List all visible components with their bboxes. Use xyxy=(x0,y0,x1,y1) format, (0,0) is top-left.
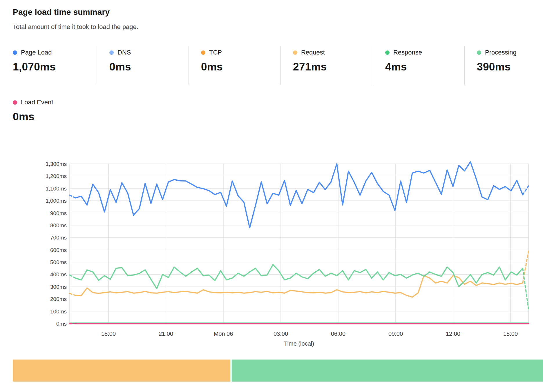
x-axis-tick-label: 18:00 xyxy=(101,331,116,337)
page-load-summary-panel: Page load time summary Total amount of t… xyxy=(0,0,554,392)
y-axis-tick-label: 400ms xyxy=(50,271,67,277)
x-axis-tick-label: 21:00 xyxy=(159,331,173,337)
y-axis-tick-label: 800ms xyxy=(50,222,67,228)
y-axis-tick-label: 300ms xyxy=(50,284,67,290)
y-axis-tick-label: 700ms xyxy=(50,235,67,241)
y-axis-tick-label: 200ms xyxy=(50,296,67,302)
x-axis-title: Time (local) xyxy=(284,340,314,347)
x-axis-tick-label: 09:00 xyxy=(388,331,403,337)
y-axis-tick-label: 0ms xyxy=(56,321,67,327)
x-axis-tick-label: 03:00 xyxy=(274,331,288,337)
y-axis-tick-label: 600ms xyxy=(50,247,67,253)
y-axis-tick-label: 1,200ms xyxy=(46,173,67,179)
page-load-line-dashed[interactable] xyxy=(70,195,75,198)
processing-segment[interactable] xyxy=(232,360,543,382)
x-axis-tick-label: 15:00 xyxy=(503,331,518,337)
x-axis-tick-label: 06:00 xyxy=(331,331,345,337)
y-axis-tick-label: 500ms xyxy=(50,259,67,265)
processing-line-dashed[interactable] xyxy=(70,275,75,278)
y-axis-tick-label: 1,300ms xyxy=(46,161,67,167)
page-load-line[interactable] xyxy=(75,162,523,228)
page-load-time-chart[interactable]: 0ms100ms200ms300ms400ms500ms600ms700ms80… xyxy=(0,0,554,392)
page-load-line-dashed[interactable] xyxy=(523,186,528,195)
y-axis-tick-label: 1,000ms xyxy=(46,198,67,204)
y-axis-tick-label: 100ms xyxy=(50,308,67,315)
request-segment[interactable] xyxy=(13,360,230,382)
y-axis-tick-label: 1,100ms xyxy=(46,186,67,192)
x-axis-tick-label: Mon 06 xyxy=(214,331,233,337)
timeline-distribution-bar[interactable] xyxy=(13,360,545,382)
x-axis-tick-label: 12:00 xyxy=(446,331,460,337)
request-line-dashed[interactable] xyxy=(70,293,75,295)
y-axis-tick-label: 900ms xyxy=(50,210,67,216)
